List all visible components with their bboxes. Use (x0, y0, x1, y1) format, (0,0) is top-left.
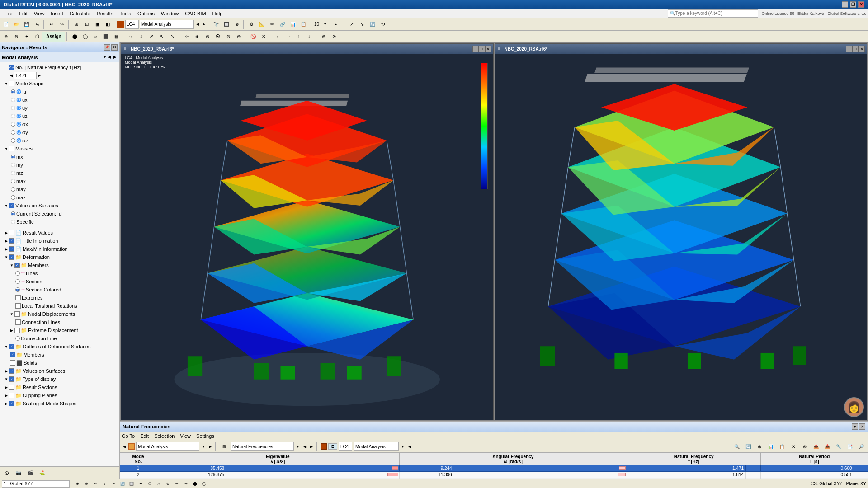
nav-bottom-btn3[interactable]: 🎬 (25, 468, 35, 478)
res-freq-next[interactable]: ▶ (309, 444, 314, 449)
tree-mz[interactable]: mz (0, 169, 119, 177)
vp-left-min[interactable]: ─ (472, 46, 479, 52)
tb-icon3[interactable]: ✏ (267, 19, 277, 29)
minimize-button[interactable]: ─ (842, 1, 848, 8)
may-radio[interactable] (11, 187, 15, 192)
maz-radio[interactable] (11, 195, 15, 200)
results-close-btn[interactable]: ✕ (859, 423, 865, 430)
tb2-btn23[interactable]: ← (273, 32, 283, 42)
tree-mode-shape[interactable]: ▼ Mode Shape (0, 80, 119, 88)
tree-may[interactable]: may (0, 185, 119, 193)
extreme-disp-checkbox[interactable] (14, 328, 20, 333)
tb2-btn22[interactable]: ✕ (259, 32, 269, 42)
tree-scaling[interactable]: ▶ ✓ 📁 Scaling of Mode Shapes (0, 399, 119, 408)
status-btn10[interactable]: △ (155, 480, 163, 488)
rotation-up[interactable]: ▲ (331, 19, 341, 29)
tb2-btn13[interactable]: ↖ (157, 32, 167, 42)
uy-radio[interactable] (11, 106, 15, 110)
res-freq-arrow[interactable]: ▼ (295, 444, 301, 449)
menu-window[interactable]: Window (158, 10, 181, 17)
tb-view-menu[interactable]: View (180, 433, 191, 439)
type-display-checkbox[interactable]: ✓ (9, 376, 14, 382)
lc-number[interactable]: LC4 (125, 20, 139, 29)
freq-checkbox[interactable]: ✓ (9, 65, 14, 70)
nav-prev[interactable]: ◀ (107, 55, 112, 60)
tree-section[interactable]: 〰 Section (0, 277, 119, 286)
tb-redo[interactable]: ↪ (57, 19, 67, 29)
res-icon1[interactable]: ⊞ (219, 441, 229, 451)
res-icon11[interactable]: 🔧 (834, 441, 844, 451)
tb2-btn25[interactable]: ↑ (294, 32, 304, 42)
tb-icon4[interactable]: 🔗 (278, 19, 288, 29)
uz-radio[interactable] (11, 114, 15, 118)
lines-radio[interactable] (15, 271, 20, 276)
rotation-down[interactable]: ▼ (320, 19, 330, 29)
res-icon13[interactable]: 🔎 (856, 441, 866, 451)
outlines-expand[interactable]: ▼ (4, 344, 9, 349)
tree-maxmin-info[interactable]: ▶ ✓ 📄 Max/Min Information (0, 245, 119, 253)
mode-shape-expand[interactable]: ▼ (4, 81, 9, 86)
tree-torsional[interactable]: Local Torsional Rotations (0, 302, 119, 310)
section-colored-radio[interactable] (15, 287, 20, 292)
u-total-radio[interactable] (11, 89, 15, 94)
status-btn15[interactable]: ◯ (200, 480, 208, 488)
res-dropdown-arrow[interactable]: ▼ (201, 444, 206, 449)
tree-result-values[interactable]: ▶ 📄 Result Values (0, 229, 119, 237)
tb2-btn20[interactable]: ⊝ (234, 32, 244, 42)
nav-bottom-btn1[interactable]: ⊙ (2, 468, 12, 478)
extremes-checkbox[interactable] (15, 295, 21, 300)
maxmin-checkbox[interactable]: ✓ (9, 246, 14, 252)
tree-max[interactable]: max (0, 177, 119, 185)
tb2-btn18[interactable]: ⦿ (213, 32, 223, 42)
table-row[interactable]: 1 85.458 9.244 1.471 0.680 (120, 465, 868, 471)
nodal-disp-checkbox[interactable] (14, 311, 20, 317)
table-row-mode[interactable]: 1 (120, 465, 156, 471)
tree-extreme-disp[interactable]: ▶ 📁 Extreme Displacement (0, 326, 119, 334)
outlines-checkbox[interactable]: ✓ (9, 344, 14, 349)
res-icon2[interactable]: 🔍 (732, 441, 742, 451)
tree-deformation[interactable]: ▼ ✓ 📁 Deformation (0, 253, 119, 261)
tree-phix[interactable]: 🌀 φx (0, 120, 119, 128)
tb2-btn16[interactable]: ◈ (192, 32, 202, 42)
close-button[interactable]: ✕ (858, 1, 864, 8)
vp-left-max[interactable]: □ (479, 46, 485, 52)
tree-ux[interactable]: 🌀 ux (0, 96, 119, 104)
tb2-btn7[interactable]: ▱ (90, 32, 100, 42)
res-icon8[interactable]: ⊗ (800, 441, 810, 451)
tree-item-freq-val[interactable]: ◀ 1.471 ▶ (0, 71, 119, 80)
tb-icon7[interactable]: ↗ (347, 19, 357, 29)
phiy-radio[interactable] (11, 130, 15, 135)
tree-uz[interactable]: 🌀 uz (0, 112, 119, 120)
extreme-disp-expand[interactable]: ▶ (9, 328, 14, 333)
res-icon4[interactable]: ⊕ (755, 441, 764, 451)
tb2-btn15[interactable]: ⊹ (182, 32, 192, 42)
nav-pin[interactable]: 📌 (104, 44, 110, 51)
tree-my[interactable]: my (0, 161, 119, 169)
freq-nav-prev[interactable]: ◀ (10, 73, 13, 78)
deform-members-expand[interactable]: ▼ (9, 263, 14, 268)
tb-view3[interactable]: ⊗ (232, 19, 242, 29)
analysis-dropdown[interactable]: Modal Analysis (140, 20, 194, 29)
title-info-checkbox[interactable]: ✓ (9, 238, 14, 244)
modal-analysis-dropdown[interactable]: Modal Analysis (136, 442, 199, 451)
menu-help[interactable]: Help (210, 10, 226, 17)
status-btn11[interactable]: ⊗ (164, 480, 172, 488)
tb2-btn17[interactable]: ⊛ (203, 32, 212, 42)
nodal-disp-expand[interactable]: ▼ (9, 311, 14, 317)
scaling-checkbox[interactable]: ✓ (9, 401, 14, 406)
tb2-btn2[interactable]: ⊖ (11, 32, 21, 42)
tb2-btn11[interactable]: ↕ (136, 32, 146, 42)
nav-close[interactable]: ✕ (111, 44, 118, 51)
analysis-next[interactable]: ▶ (201, 22, 207, 27)
window-controls[interactable]: ─ ❐ ✕ (842, 1, 864, 8)
vp-right-close[interactable]: ✕ (859, 46, 865, 52)
tb-icon10[interactable]: ⟲ (378, 19, 388, 29)
tree-specific[interactable]: Specific (0, 218, 119, 226)
tb-icon8[interactable]: ↘ (357, 19, 367, 29)
nav-dropdown[interactable]: Modal Analysis ▼ ◀ ▶ (0, 52, 119, 62)
restore-button[interactable]: ❐ (850, 1, 856, 8)
result-values-checkbox[interactable] (9, 230, 14, 235)
res-lc-analysis[interactable]: Modal Analysis (354, 442, 399, 451)
table-row[interactable]: 3 154.133 12.415 1.976 0.506 (120, 478, 868, 479)
section-radio[interactable] (15, 279, 20, 284)
